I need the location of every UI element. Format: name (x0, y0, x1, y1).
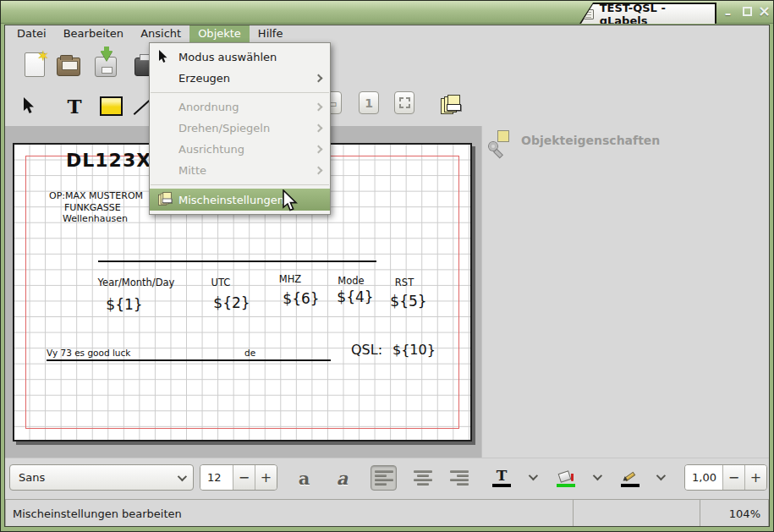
align-left-icon (375, 470, 393, 485)
main-toolbar: ✶ (5, 42, 769, 86)
line-color-button[interactable] (618, 465, 643, 491)
merge-field-value[interactable]: ${1} (106, 296, 142, 313)
submenu-arrow-icon (315, 103, 323, 112)
close-button[interactable]: × (756, 1, 772, 23)
column-header[interactable]: Year/Month/Day (98, 277, 175, 288)
column-header[interactable]: RST (395, 277, 414, 288)
text-tool-button[interactable]: T (61, 90, 88, 121)
font-size-field[interactable]: 12 (200, 465, 233, 490)
merge-properties-button[interactable] (438, 91, 465, 120)
box-tool-icon (100, 96, 123, 116)
window-title: TEST-QSL - gLabels (600, 2, 715, 27)
work-area: DL123XYZ OP:MAX MUSTEROM FUNKGASSE Welle… (5, 126, 769, 458)
menuitem-modus-auswaehlen[interactable]: Modus auswählen (150, 47, 330, 68)
menu-ansicht[interactable]: Ansicht (132, 25, 189, 42)
line-width-decrease-button[interactable]: − (722, 465, 744, 490)
titlebar[interactable]: TEST-QSL - gLabels – × (1, 1, 773, 24)
footer-de-text[interactable]: de (244, 348, 255, 358)
zoom-level-indicator: 104% (700, 499, 769, 527)
objekte-dropdown-menu: Modus auswählen Erzeugen Anordnung Drehe… (149, 42, 331, 215)
status-spacer (574, 499, 700, 527)
column-header[interactable]: UTC (211, 277, 231, 288)
merge-field-value[interactable]: ${4} (337, 288, 373, 305)
fill-color-dropdown[interactable] (591, 474, 601, 484)
zoom-1to1-button[interactable]: 1 (359, 91, 379, 114)
line-width-increase-button[interactable]: + (744, 465, 766, 490)
text-color-button[interactable]: T (489, 465, 514, 491)
submenu-arrow-icon (315, 167, 323, 175)
column-header[interactable]: Mode (338, 275, 364, 287)
merge-settings-icon (158, 189, 178, 211)
op-line-1: OP:MAX MUSTEROM (49, 190, 143, 202)
menu-datei[interactable]: Datei (8, 25, 55, 42)
maximize-button[interactable] (739, 1, 755, 23)
submenu-arrow-icon (315, 124, 323, 133)
select-arrow-icon (22, 96, 36, 115)
merge-properties-icon (441, 95, 463, 117)
font-family-value: Sans (19, 471, 178, 484)
menu-separator (151, 92, 329, 93)
menubar: Datei Bearbeiten Ansicht Objekte Hilfe (5, 25, 769, 42)
document-icon (581, 9, 594, 19)
mouse-cursor (282, 189, 299, 212)
status-message: Mischeinstellungen bearbeiten (5, 499, 574, 527)
font-family-select[interactable]: Sans (9, 464, 194, 491)
font-size-increase-button[interactable]: + (255, 465, 277, 490)
menu-separator (151, 184, 329, 185)
align-left-button[interactable] (371, 465, 397, 491)
select-cursor-icon (158, 50, 178, 64)
font-size-decrease-button[interactable]: − (233, 465, 255, 490)
italic-icon: a (337, 468, 349, 489)
operator-text-object[interactable]: OP:MAX MUSTEROM FUNKGASSE Wellenhausen (49, 190, 143, 225)
align-center-button[interactable] (409, 465, 436, 491)
merge-field-value[interactable]: ${6} (283, 290, 319, 307)
format-toolbar: Sans 12 − + a a T (5, 458, 769, 499)
new-button[interactable]: ✶ (19, 48, 50, 80)
save-button[interactable] (91, 48, 121, 80)
menuitem-anordnung: Anordnung (150, 96, 330, 118)
open-folder-icon (57, 58, 80, 76)
italic-button[interactable]: a (329, 465, 355, 491)
line-width-stepper: 1,00 − + (684, 464, 767, 491)
new-document-icon: ✶ (25, 52, 45, 77)
line-color-dropdown[interactable] (655, 474, 665, 484)
text-tool-icon: T (67, 96, 81, 116)
bold-button[interactable]: a (291, 465, 317, 491)
zoom-fit-button[interactable] (394, 91, 414, 114)
pencil-icon (622, 470, 639, 483)
menu-hilfe[interactable]: Hilfe (250, 25, 292, 42)
fill-color-button[interactable] (553, 465, 579, 491)
open-button[interactable] (53, 48, 84, 80)
select-tool-button[interactable] (15, 90, 42, 121)
merge-field-value[interactable]: ${2} (213, 294, 250, 311)
box-tool-button[interactable] (96, 92, 125, 119)
object-properties-icon (489, 130, 509, 151)
horizontal-line-object[interactable] (98, 261, 376, 262)
qsl-merge-field[interactable]: ${10} (392, 342, 436, 358)
op-line-3: Wellenhausen (49, 213, 143, 225)
menu-bearbeiten[interactable]: Bearbeiten (55, 25, 132, 42)
menuitem-erzeugen[interactable]: Erzeugen (150, 68, 330, 89)
signature-line-object[interactable] (47, 359, 331, 361)
text-color-dropdown[interactable] (527, 474, 537, 484)
bold-icon: a (299, 468, 310, 489)
column-header[interactable]: MHZ (279, 273, 301, 285)
footer-text-object[interactable]: Vy 73 es good luck (47, 348, 130, 358)
qsl-label-text[interactable]: QSL: (351, 342, 382, 358)
merge-field-value[interactable]: ${5} (390, 293, 426, 310)
menu-objekte[interactable]: Objekte (189, 25, 250, 42)
fill-color-swatch (557, 484, 575, 487)
window-content: Datei Bearbeiten Ansicht Objekte Hilfe ✶ (4, 25, 770, 527)
align-right-button[interactable] (446, 465, 472, 491)
align-right-icon (450, 470, 469, 485)
minimize-button[interactable]: – (720, 1, 736, 23)
drawing-toolbar: T ▭ 1 (5, 86, 769, 126)
text-color-icon: T (497, 469, 508, 483)
menuitem-mischeinstellungen[interactable]: Mischeinstellungen (150, 189, 330, 211)
zoom-1to1-icon: 1 (359, 91, 379, 114)
fill-bucket-icon (557, 470, 574, 483)
properties-sidebar: Objekteigenschaften (481, 126, 769, 458)
line-width-field[interactable]: 1,00 (685, 465, 722, 490)
chevron-down-icon (178, 471, 187, 480)
zoom-fit-icon (394, 91, 414, 114)
